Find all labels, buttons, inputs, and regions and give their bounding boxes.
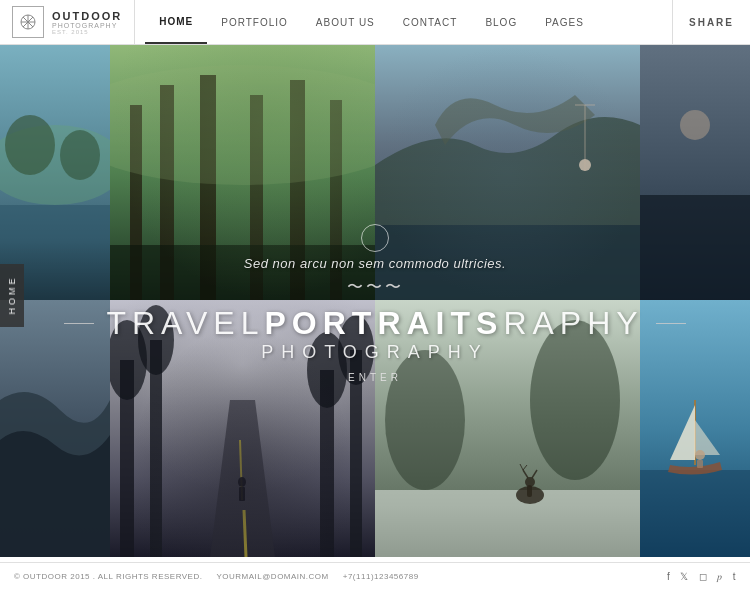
footer-copyright: © OUTDOOR 2015 . ALL RIGHTS RESERVED.: [14, 572, 202, 581]
footer-social: f 𝕏 ◻ 𝑝 t: [667, 571, 736, 583]
svg-point-52: [530, 320, 620, 480]
footer-email[interactable]: YOURMAIL@DOMAIN.COM: [216, 572, 328, 581]
footer-phone: +7(111)123456789: [343, 572, 419, 581]
nav-blog[interactable]: BLOG: [471, 0, 531, 44]
logo-sub2-text: EST. 2015: [52, 29, 122, 35]
svg-rect-14: [250, 95, 263, 300]
facebook-icon[interactable]: f: [667, 571, 670, 582]
photo-cell-1[interactable]: [0, 45, 110, 300]
svg-line-38: [240, 440, 242, 500]
logo-icon: [12, 6, 44, 38]
svg-rect-41: [239, 487, 245, 501]
svg-rect-10: [110, 45, 375, 300]
nav-portfolio[interactable]: PORTFOLIO: [207, 0, 302, 44]
svg-rect-54: [640, 470, 750, 557]
svg-rect-43: [375, 490, 640, 557]
photo-cell-3[interactable]: [375, 45, 640, 300]
share-button[interactable]: SHARE: [673, 0, 750, 44]
svg-rect-16: [330, 100, 342, 300]
svg-point-33: [138, 305, 174, 375]
logo-text: OUTDOOR PHOTOGRAPHY EST. 2015: [52, 10, 122, 35]
svg-rect-25: [640, 195, 750, 300]
svg-point-51: [385, 350, 465, 490]
photo-rocky-shore: [0, 300, 110, 557]
photo-cell-5[interactable]: [0, 300, 110, 557]
svg-point-31: [110, 320, 147, 400]
svg-rect-13: [200, 75, 216, 300]
photo-swing: [640, 45, 750, 300]
photo-cell-7[interactable]: [375, 300, 640, 557]
photo-cell-6[interactable]: [110, 300, 375, 557]
nav-about[interactable]: ABOUT US: [302, 0, 389, 44]
svg-point-40: [238, 477, 246, 487]
svg-rect-12: [160, 85, 174, 300]
svg-rect-20: [375, 225, 640, 300]
pinterest-icon[interactable]: 𝑝: [717, 571, 723, 583]
photo-foggy-road: [110, 300, 375, 557]
svg-point-9: [60, 130, 100, 180]
svg-rect-32: [150, 340, 162, 557]
nav-right: SHARE: [672, 0, 750, 44]
photo-cell-4[interactable]: [640, 45, 750, 300]
footer-left: © OUTDOOR 2015 . ALL RIGHTS RESERVED. YO…: [14, 572, 667, 581]
header: OUTDOOR PHOTOGRAPHY EST. 2015 HOME PORTF…: [0, 0, 750, 45]
nav-pages[interactable]: PAGES: [531, 0, 598, 44]
svg-rect-15: [290, 80, 305, 300]
svg-point-18: [110, 65, 375, 185]
svg-rect-29: [110, 300, 375, 557]
instagram-icon[interactable]: ◻: [699, 571, 708, 582]
logo-main-text: OUTDOOR: [52, 10, 122, 22]
svg-point-8: [5, 115, 55, 175]
svg-point-56: [695, 450, 705, 460]
svg-rect-30: [120, 360, 134, 557]
svg-rect-19: [375, 45, 640, 300]
svg-rect-57: [697, 460, 703, 468]
photo-cliff: [375, 45, 640, 300]
photo-snow-deer: [375, 300, 640, 557]
svg-rect-28: [110, 300, 375, 557]
svg-rect-11: [130, 105, 142, 300]
svg-point-46: [525, 477, 535, 487]
photo-sailing: [640, 300, 750, 557]
logo-area: OUTDOOR PHOTOGRAPHY EST. 2015: [0, 0, 135, 44]
nav-contact[interactable]: CONTACT: [389, 0, 472, 44]
photo-forest: [110, 45, 375, 300]
svg-point-26: [680, 110, 710, 140]
main-nav: HOME PORTFOLIO ABOUT US CONTACT BLOG PAG…: [135, 0, 672, 44]
photo-cell-2[interactable]: [110, 45, 375, 300]
main-content: Sed non arcu non sem commodo ultricies. …: [0, 45, 750, 562]
twitter-icon[interactable]: 𝕏: [680, 571, 689, 582]
svg-line-39: [244, 510, 246, 557]
tumblr-icon[interactable]: t: [733, 571, 736, 582]
nav-home[interactable]: HOME: [145, 0, 207, 44]
svg-point-35: [307, 332, 347, 408]
svg-rect-17: [110, 245, 375, 300]
svg-rect-34: [320, 370, 334, 557]
enter-button[interactable]: ENTER: [348, 372, 402, 383]
logo-sub-text: PHOTOGRAPHY: [52, 22, 122, 29]
footer: © OUTDOOR 2015 . ALL RIGHTS RESERVED. YO…: [0, 562, 750, 590]
photo-landscape-water: [0, 45, 110, 300]
photo-grid: [0, 45, 750, 557]
photo-cell-8[interactable]: [640, 300, 750, 557]
sidebar-home-label: HOME: [0, 264, 24, 327]
svg-point-21: [579, 159, 591, 171]
